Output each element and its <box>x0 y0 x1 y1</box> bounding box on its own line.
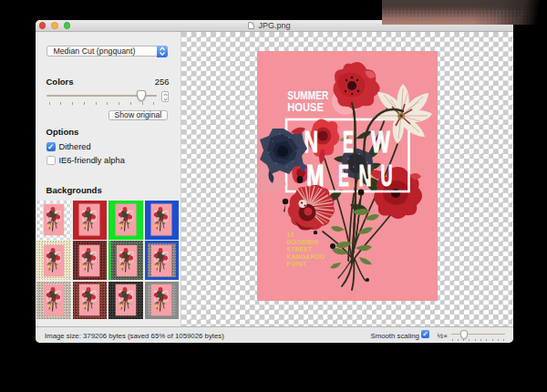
svg-text:KANGAROO: KANGAROO <box>286 253 325 260</box>
svg-text:E: E <box>343 125 354 159</box>
svg-text:N: N <box>304 125 317 159</box>
svg-text:STREET: STREET <box>286 246 312 253</box>
svg-text:W: W <box>371 124 390 159</box>
svg-text:HOUSE: HOUSE <box>287 101 324 114</box>
svg-text:U: U <box>380 159 392 192</box>
svg-text:GOODWIN: GOODWIN <box>286 239 318 245</box>
svg-text:E: E <box>338 159 349 192</box>
svg-text:15: 15 <box>286 232 294 238</box>
svg-text:POINT: POINT <box>286 261 306 267</box>
